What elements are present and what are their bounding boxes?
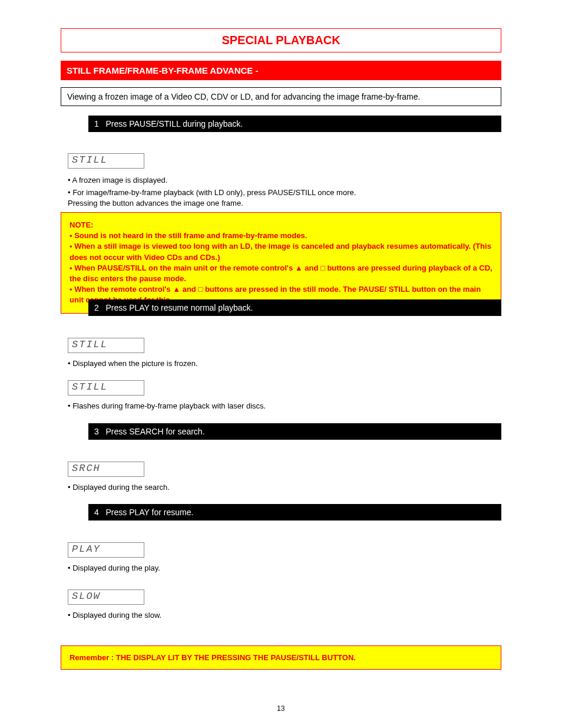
note-line-1: • Sound is not heard in the still frame …	[70, 230, 492, 241]
lcd-display-still-3: STILL	[68, 380, 144, 396]
lcd-display-slow: SLOW	[68, 589, 144, 605]
note-line-3-text: • When PAUSE/STILL on the main unit or t…	[70, 263, 492, 283]
step-3-num: 3	[94, 427, 99, 436]
bullet-slow-display: • Displayed during the slow.	[68, 610, 492, 621]
bullet-search-display: • Displayed during the search.	[68, 482, 492, 493]
section-subheading: Viewing a frozen image of a Video CD, CD…	[61, 87, 501, 106]
step-1-bar: 1 Press PAUSE/STILL during playback.	[88, 116, 501, 132]
note-label: NOTE:	[70, 220, 492, 230]
step-3-text: Press SEARCH for search.	[105, 427, 204, 436]
step-4-bar: 4 Press PLAY for resume.	[88, 504, 501, 521]
bullet-frame-advance: • For image/frame-by-frame playback (wit…	[68, 187, 498, 208]
step-4-num: 4	[94, 508, 99, 517]
lcd-display-still-2: STILL	[68, 338, 144, 353]
page-title: SPECIAL PLAYBACK	[61, 28, 501, 52]
step-2-bar: 2 Press PLAY to resume normal playback.	[88, 299, 501, 316]
bullet-frozen-image: • A frozen image is displayed.	[68, 175, 492, 186]
step-4-text: Press PLAY for resume.	[105, 508, 193, 517]
bullet-play-display: • Displayed during the play.	[68, 563, 492, 574]
bullet-frozen-display: • Displayed when the picture is frozen.	[68, 358, 492, 369]
step-3-bar: 3 Press SEARCH for search.	[88, 423, 501, 440]
footnote-remember: Remember : THE DISPLAY LIT BY THE PRESSI…	[61, 645, 501, 670]
bullet-frame-advance-line1: • For image/frame-by-frame playback (wit…	[68, 188, 356, 197]
step-1-text: Press PAUSE/STILL during playback.	[105, 119, 243, 129]
step-1-num: 1	[94, 119, 99, 129]
lcd-display-play: PLAY	[68, 542, 144, 558]
section-heading: STILL FRAME/FRAME-BY-FRAME ADVANCE -	[61, 61, 501, 80]
page-number: 13	[277, 704, 285, 713]
note-line-3: • When PAUSE/STILL on the main unit or t…	[70, 263, 492, 284]
note-line-2: • When a still image is viewed too long …	[70, 241, 492, 262]
bullet-flash-frame: • Flashes during frame-by-frame playback…	[68, 401, 492, 411]
bullet-frame-advance-line2: Pressing the button advances the image o…	[68, 199, 243, 207]
lcd-display-still-1: STILL	[68, 153, 144, 169]
step-2-num: 2	[94, 303, 99, 312]
note-box: NOTE: • Sound is not heard in the still …	[61, 212, 501, 314]
step-2-text: Press PLAY to resume normal playback.	[105, 303, 253, 312]
lcd-display-srch: SRCH	[68, 462, 144, 477]
